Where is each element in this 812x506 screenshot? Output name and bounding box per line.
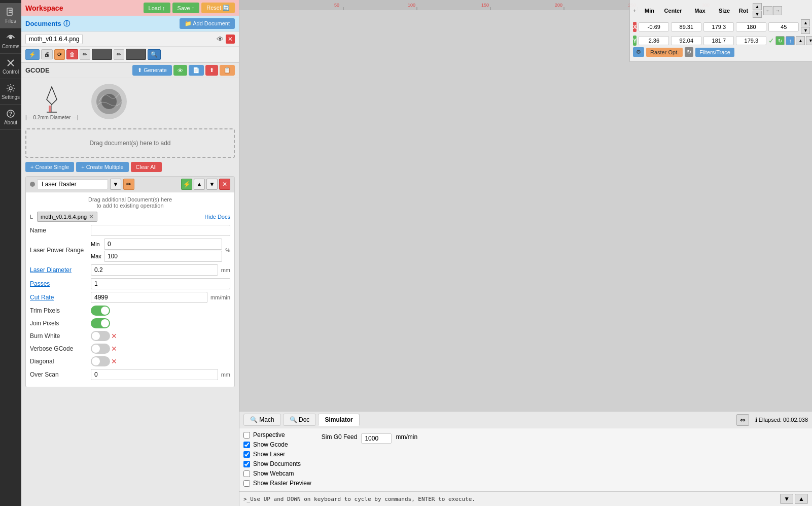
y-up-arrow-button[interactable]: ↑ <box>786 36 795 45</box>
show-raster-preview-row: Show Raster Preview <box>243 480 311 487</box>
console-text: >_Use UP and DOWN on keyboard to cycle b… <box>243 496 475 502</box>
gear-button[interactable]: ⚙ <box>633 47 644 57</box>
tool-line1-button[interactable] <box>92 49 112 60</box>
y-center-input[interactable] <box>671 36 701 45</box>
cut-rate-row: Cut Rate mm/min <box>30 292 230 303</box>
reset-button[interactable]: Reset 🔄 <box>201 3 235 13</box>
y-up-button[interactable]: ▲ <box>796 36 805 45</box>
gcode-view-button[interactable]: 👁 <box>173 65 187 76</box>
tool-pen-button[interactable]: ✏ <box>80 49 90 60</box>
tab-mach[interactable]: 🔍 Mach <box>243 414 281 426</box>
help-icon[interactable]: ⓘ <box>63 19 70 28</box>
console-down-button[interactable]: ▼ <box>780 494 793 504</box>
rot-up-button[interactable]: ▲ <box>753 3 762 10</box>
min-power-input[interactable] <box>104 239 222 250</box>
cut-rate-input[interactable] <box>91 292 207 303</box>
name-input[interactable] <box>91 225 230 236</box>
y-min-input[interactable] <box>639 36 669 45</box>
x-min-input[interactable] <box>639 22 669 31</box>
op-doc-remove-button[interactable]: ✕ <box>89 213 94 220</box>
sim-g0-feed-input[interactable] <box>361 433 392 444</box>
gcode-download-button[interactable]: 📄 <box>189 65 204 76</box>
pos-left-button[interactable]: ← <box>763 6 772 15</box>
operation-name-input[interactable] <box>37 179 108 189</box>
show-webcam-checkbox[interactable] <box>243 470 250 477</box>
tool-line2-button[interactable] <box>126 49 146 60</box>
laser-diameter-row: Laser Diameter mm <box>30 264 230 276</box>
verbose-gcode-toggle[interactable]: ✕ <box>91 344 117 354</box>
show-laser-checkbox[interactable] <box>243 451 250 458</box>
op-close-button[interactable]: ✕ <box>219 179 230 190</box>
file-visibility-button[interactable]: 👁 <box>217 35 224 44</box>
tab-expand-button[interactable]: ⇔ <box>736 414 749 426</box>
rot-input[interactable] <box>768 22 799 31</box>
y-max-input[interactable] <box>703 36 734 45</box>
show-gcode-checkbox[interactable] <box>243 442 250 448</box>
y-refresh-button[interactable]: ↻ <box>775 36 785 45</box>
gcode-orange-button[interactable]: 📋 <box>220 65 235 76</box>
x-size-input[interactable] <box>736 22 766 31</box>
burn-white-toggle[interactable]: ✕ <box>91 331 117 341</box>
max-power-input[interactable] <box>104 251 222 262</box>
sidebar-item-control[interactable]: Control <box>0 54 21 79</box>
create-multiple-button[interactable]: + Create Multiple <box>76 162 128 172</box>
verbose-gcode-row: Verbose GCode ✕ <box>30 344 230 354</box>
svg-text:50: 50 <box>334 3 339 8</box>
sidebar-item-settings[interactable]: Settings <box>0 79 21 105</box>
vertical-ruler: 200 150 100 50 <box>239 0 251 10</box>
x-up-button[interactable]: ▲ <box>801 19 810 26</box>
y-size-input[interactable] <box>736 36 766 45</box>
perspective-row: Perspective <box>243 431 311 438</box>
laser-diameter-input[interactable] <box>91 264 218 276</box>
toolbar: ⚡ 🖨 ⟳ 🗑 ✏ ✏ 🔍 <box>21 46 239 62</box>
tool-copy-button[interactable]: ⟳ <box>54 49 65 60</box>
tool-laser-button[interactable]: ⚡ <box>25 49 40 60</box>
console-up-button[interactable]: ▲ <box>795 494 808 504</box>
perspective-checkbox[interactable] <box>243 432 250 438</box>
trim-pixels-row: Trim Pixels <box>30 306 230 316</box>
join-pixels-row: Join Pixels <box>30 318 230 328</box>
pos-right-button[interactable]: → <box>773 6 782 15</box>
sidebar-item-comms[interactable]: Comms <box>0 28 21 54</box>
clear-all-button[interactable]: Clear All <box>131 162 162 172</box>
x-max-input[interactable] <box>703 22 734 31</box>
op-dropdown-button[interactable]: ▼ <box>110 179 121 190</box>
save-button[interactable]: Save ↑ <box>172 3 200 13</box>
rot-down-button[interactable]: ▼ <box>753 11 762 18</box>
show-documents-checkbox[interactable] <box>243 461 250 467</box>
trim-pixels-toggle[interactable] <box>91 306 110 316</box>
tool-delete-button[interactable]: 🗑 <box>66 49 78 59</box>
sidebar-item-files[interactable]: Files <box>0 3 21 28</box>
passes-input[interactable] <box>91 278 230 289</box>
show-laser-row: Show Laser <box>243 451 311 458</box>
add-document-button[interactable]: 📁 Add Document <box>180 18 235 29</box>
raster-opt-button[interactable]: Raster Opt. <box>646 48 683 57</box>
tool-pen2-button[interactable]: ✏ <box>114 49 124 60</box>
gcode-red-button[interactable]: ⬆ <box>205 65 218 76</box>
file-remove-button[interactable]: ✕ <box>226 35 235 44</box>
op-down-button[interactable]: ▼ <box>206 179 218 190</box>
show-raster-preview-checkbox[interactable] <box>243 480 250 487</box>
svg-text:200: 200 <box>555 3 562 8</box>
over-scan-input[interactable] <box>91 369 218 380</box>
refresh-button[interactable]: ↻ <box>685 47 693 57</box>
x-down-button[interactable]: ▼ <box>801 27 810 34</box>
drag-zone[interactable]: Drag document(s) here to add <box>25 128 235 158</box>
create-single-button[interactable]: + Create Single <box>25 162 74 172</box>
load-button[interactable]: Load ↑ <box>144 3 170 13</box>
tab-doc[interactable]: 🔍 Doc <box>283 414 316 426</box>
generate-button[interactable]: ⬆ Generate <box>132 65 172 76</box>
hide-docs-link[interactable]: Hide Docs <box>204 214 230 220</box>
join-pixels-toggle[interactable] <box>91 318 110 328</box>
op-up-button[interactable]: ▲ <box>194 179 205 190</box>
op-edit-button[interactable]: ✏ <box>123 179 134 190</box>
sidebar-item-about[interactable]: ? About <box>0 105 21 130</box>
filters-trace-button[interactable]: Filters/Trace <box>695 48 734 57</box>
tab-simulator[interactable]: Simulator <box>318 414 359 426</box>
tool-print-button[interactable]: 🖨 <box>41 49 53 59</box>
op-power-button[interactable]: ⚡ <box>181 179 192 190</box>
tool-search-button[interactable]: 🔍 <box>148 49 161 60</box>
diagonal-toggle[interactable]: ✕ <box>91 356 117 366</box>
y-down-button[interactable]: ▼ <box>806 36 812 45</box>
x-center-input[interactable] <box>671 22 701 31</box>
